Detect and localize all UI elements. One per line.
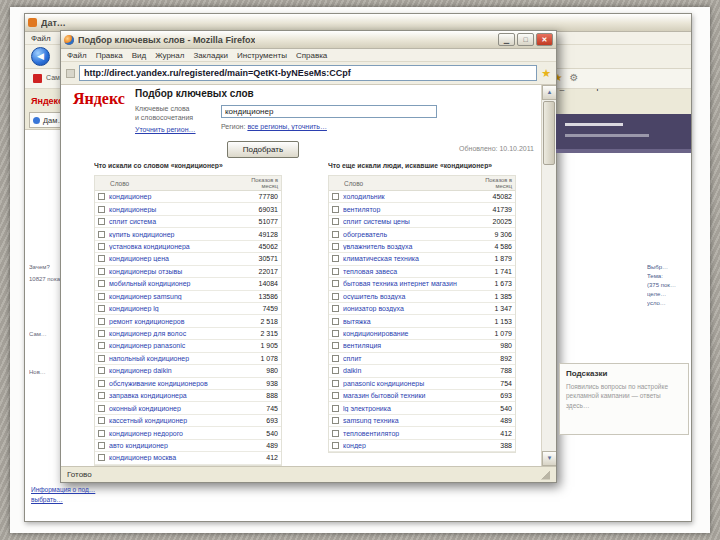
maximize-button[interactable]: □ [517,33,534,46]
menu-item[interactable]: Журнал [155,51,184,60]
keyword-link[interactable]: panasonic кондиционеры [343,380,496,387]
keyword-checkbox[interactable] [98,293,105,300]
keyword-checkbox[interactable] [332,280,339,287]
keyword-checkbox[interactable] [332,318,339,325]
keyword-link[interactable]: магазин бытовой техники [343,392,496,399]
right-link[interactable]: Выбр… [647,264,691,270]
right-link[interactable]: Тема: [647,273,691,279]
keyword-link[interactable]: купить кондиционер [109,231,255,238]
keyword-link[interactable]: кондиционер для волос [109,330,256,337]
keyword-checkbox[interactable] [332,380,339,387]
keyword-checkbox[interactable] [332,430,339,437]
keyword-link[interactable]: обогреватель [343,231,490,238]
keyword-checkbox[interactable] [98,430,105,437]
keyword-checkbox[interactable] [332,206,339,213]
minimize-button[interactable]: ▁ [498,33,515,46]
keyword-link[interactable]: samsung техника [343,417,496,424]
menu-item-file[interactable]: Файл [31,34,51,43]
keyword-checkbox[interactable] [332,330,339,337]
resize-grip[interactable] [540,470,550,480]
keyword-link[interactable]: daikin [343,367,496,374]
keyword-checkbox[interactable] [98,255,105,262]
footer-link[interactable]: выбрать… [31,496,63,503]
menu-item[interactable]: Справка [296,51,327,60]
keyword-link[interactable]: сплит [343,355,496,362]
bookmark-star-icon[interactable]: ★ [541,68,551,79]
keyword-link[interactable]: кондер [343,442,496,449]
gear-icon[interactable]: ⚙ [569,72,578,83]
keyword-link[interactable]: кондиционер daikin [109,367,262,374]
keyword-checkbox[interactable] [98,268,105,275]
keyword-checkbox[interactable] [332,268,339,275]
keyword-checkbox[interactable] [332,367,339,374]
firefox-titlebar[interactable]: Подбор ключевых слов - Mozilla Firefox ▁… [61,31,556,49]
keyword-link[interactable]: кондиционер lg [109,305,258,312]
keyword-link[interactable]: сплит системы цены [343,218,489,225]
yandex-logo[interactable]: Яндекс [73,90,125,108]
keyword-checkbox[interactable] [98,330,105,337]
keyword-link[interactable]: заправка кондиционера [109,392,262,399]
scroll-down-button[interactable]: ▼ [542,451,556,466]
keyword-checkbox[interactable] [98,392,105,399]
keyword-link[interactable]: lg электроника [343,405,496,412]
keyword-link[interactable]: кондиционер panasonic [109,342,256,349]
keyword-checkbox[interactable] [332,218,339,225]
keyword-link[interactable]: холодильник [343,193,489,200]
close-button[interactable]: ✕ [536,33,553,46]
keyword-link[interactable]: кондиционер цена [109,255,255,262]
footer-link[interactable]: Информация о под… [31,486,95,493]
keyword-link[interactable]: кондиционирование [343,330,490,337]
keyword-link[interactable]: вентилятор [343,206,489,213]
keyword-checkbox[interactable] [98,243,105,250]
keyword-checkbox[interactable] [332,392,339,399]
keyword-link[interactable]: напольный кондиционер [109,355,256,362]
vertical-scrollbar[interactable]: ▲ ▼ [541,85,556,466]
menu-item[interactable]: Правка [96,51,123,60]
keyword-checkbox[interactable] [332,293,339,300]
keyword-checkbox[interactable] [98,417,105,424]
keyword-link[interactable]: ремонт кондиционеров [109,318,256,325]
keyword-checkbox[interactable] [332,342,339,349]
keyword-link[interactable]: кондиционеры [109,206,255,213]
keyword-link[interactable]: вентиляция [343,342,496,349]
back-button[interactable]: ◀ [31,47,50,66]
keyword-checkbox[interactable] [332,193,339,200]
keyword-checkbox[interactable] [98,218,105,225]
keyword-checkbox[interactable] [98,305,105,312]
keyword-checkbox[interactable] [98,342,105,349]
right-link[interactable]: целе… [647,291,691,297]
keyword-link[interactable]: увлажнитель воздуха [343,243,490,250]
keyword-link[interactable]: осушитель воздуха [343,293,490,300]
keyword-checkbox[interactable] [332,405,339,412]
keyword-checkbox[interactable] [332,231,339,238]
refine-region-link[interactable]: Уточнить регион… [135,126,196,133]
keyword-link[interactable]: тепловая завеса [343,268,490,275]
keyword-input[interactable] [221,105,437,118]
keyword-checkbox[interactable] [98,193,105,200]
keyword-link[interactable]: обслуживание кондиционеров [109,380,262,387]
keyword-checkbox[interactable] [332,255,339,262]
keyword-link[interactable]: кондиционер недорого [109,430,262,437]
submit-button[interactable]: Подобрать [227,141,299,158]
menu-item[interactable]: Вид [132,51,146,60]
keyword-checkbox[interactable] [98,405,105,412]
menu-item[interactable]: Инструменты [237,51,287,60]
keyword-checkbox[interactable] [98,318,105,325]
menu-item[interactable]: Закладки [193,51,228,60]
keyword-checkbox[interactable] [332,305,339,312]
keyword-checkbox[interactable] [98,355,105,362]
keyword-link[interactable]: бытовая техника интернет магазин [343,280,490,287]
keyword-checkbox[interactable] [332,442,339,449]
scrollbar-thumb[interactable] [543,101,555,165]
keyword-link[interactable]: кондиционеры отзывы [109,268,255,275]
keyword-checkbox[interactable] [98,380,105,387]
url-bar[interactable]: http://direct.yandex.ru/registered/main=… [79,65,537,81]
scroll-up-button[interactable]: ▲ [542,85,556,100]
keyword-link[interactable]: кондиционер samsung [109,293,255,300]
keyword-link[interactable]: кассетный кондиционер [109,417,262,424]
keyword-link[interactable]: климатическая техника [343,255,490,262]
keyword-link[interactable]: ионизатор воздуха [343,305,490,312]
keyword-checkbox[interactable] [332,417,339,424]
keyword-checkbox[interactable] [98,442,105,449]
keyword-link[interactable]: установка кондиционера [109,243,255,250]
